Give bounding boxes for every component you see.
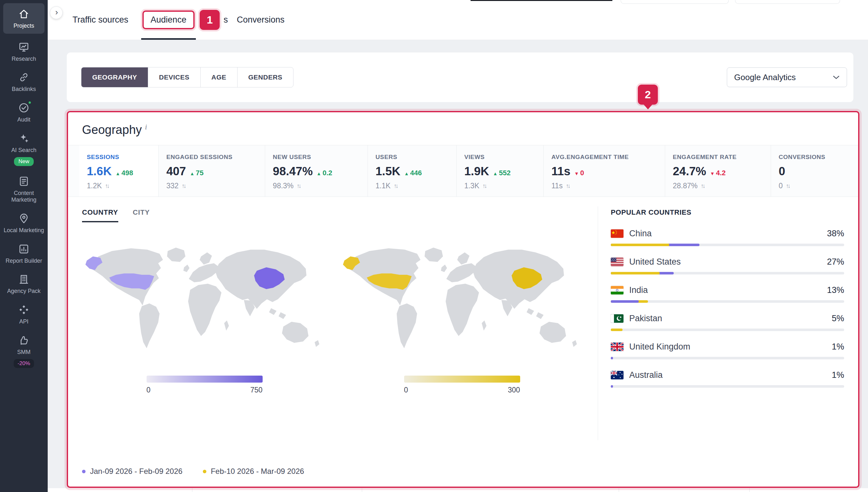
triangle-up-icon: ▲: [116, 171, 120, 176]
flag-us-icon: [611, 257, 623, 266]
sidebar-item-api[interactable]: API: [0, 299, 48, 329]
sidebar-item-ai-search[interactable]: AI SearchNew: [0, 127, 48, 171]
country-row-australia: Australia1%: [611, 370, 844, 388]
sidebar-item-content-marketing[interactable]: Content Marketing: [0, 170, 48, 207]
metric-conversions[interactable]: CONVERSIONS00↑↓: [771, 145, 858, 197]
triangle-up-icon: ▲: [317, 171, 322, 176]
metric-views[interactable]: VIEWS1.9K▲5521.3K↑↓: [456, 145, 543, 197]
sort-arrows-icon[interactable]: ↑↓: [105, 182, 108, 190]
segment-genders[interactable]: GENDERS: [237, 68, 293, 87]
panel-header: Geographyi: [68, 112, 858, 145]
sidebar-item-agency-pack[interactable]: Agency Pack: [0, 268, 48, 299]
metric-label: USERS: [376, 154, 449, 161]
legend-item-period-2: Feb-10 2026 - Mar-09 2026: [203, 467, 304, 476]
sidebar-item-research[interactable]: Research: [0, 36, 48, 67]
sidebar-item-label: API: [19, 318, 28, 325]
cropped-element-fragment: [735, 0, 840, 4]
map-block-period-2: 0 300: [339, 240, 584, 394]
cropped-next-section: [48, 488, 868, 492]
metric-previous-value: 11s: [551, 181, 562, 190]
sort-arrows-icon[interactable]: ↑↓: [482, 182, 486, 190]
metric-sessions[interactable]: SESSIONS1.6K▲4981.2K↑↓: [79, 145, 158, 197]
country-row-pakistan: Pakistan5%: [611, 314, 844, 331]
metric-delta: ▲552: [493, 169, 511, 177]
sidebar-item-label: Report Builder: [5, 257, 42, 264]
metric-engaged-sessions[interactable]: ENGAGED SESSIONS407▲75332↑↓: [158, 145, 265, 197]
panel-title: Geographyi: [82, 123, 844, 137]
metric-value-row: 98.47%▲0.2: [273, 165, 360, 178]
triangle-down-icon: ▼: [710, 171, 715, 176]
sidebar-item-projects[interactable]: Projects: [3, 3, 45, 34]
metric-label: ENGAGED SESSIONS: [166, 154, 257, 161]
metric-delta-value: 498: [122, 169, 133, 177]
country-row-united-states: United States27%: [611, 257, 844, 274]
sparkles-icon: [18, 132, 30, 145]
sort-arrows-icon[interactable]: ↑↓: [393, 182, 397, 190]
sort-arrows-icon[interactable]: ↑↓: [182, 182, 185, 190]
metric-value-row: 11s▼0: [551, 165, 657, 178]
country-percent: 1%: [832, 370, 844, 380]
sidebar-item-label: Agency Pack: [7, 288, 41, 295]
cropped-element-fragment: [621, 0, 729, 4]
sidebar-item-label: SMM: [17, 349, 30, 355]
metric-delta: ▲446: [404, 169, 422, 177]
tab-partially-hidden[interactable]: s: [224, 15, 228, 25]
sidebar-expand-button[interactable]: ›: [50, 6, 62, 19]
metric-new-users[interactable]: NEW USERS98.47%▲0.298.3%↑↓: [265, 145, 367, 197]
metric-label: VIEWS: [464, 154, 536, 161]
info-icon[interactable]: i: [145, 123, 147, 131]
sidebar-item-local-marketing[interactable]: Local Marketing: [0, 208, 48, 238]
sidebar-item-audit[interactable]: Audit: [0, 97, 48, 127]
sort-arrows-icon[interactable]: ↑↓: [701, 182, 704, 190]
map-block-period-1: 0 750: [82, 240, 327, 394]
legend-label: Jan-09 2026 - Feb-09 2026: [90, 467, 182, 476]
metric-value-row: 1.5K▲446: [376, 165, 449, 178]
tab-city[interactable]: CITY: [133, 208, 150, 222]
maps-row: 0 750 0 300: [82, 240, 598, 394]
tab-country[interactable]: COUNTRY: [82, 208, 118, 222]
metric-delta-value: 0: [580, 169, 584, 177]
tab-audience[interactable]: Audience: [143, 0, 195, 40]
metric-avg-engagement-time[interactable]: AVG.ENGAGEMENT TIME11s▼011s↑↓: [543, 145, 665, 197]
metric-previous-value: 332: [166, 181, 178, 190]
segment-geography[interactable]: GEOGRAPHY: [81, 68, 148, 87]
country-percent: 38%: [827, 229, 844, 239]
world-map-period-2[interactable]: [339, 240, 584, 366]
tab-traffic-sources[interactable]: Traffic sources: [73, 15, 128, 25]
world-map-period-1[interactable]: [82, 240, 327, 366]
sidebar-item-smm[interactable]: SMM-20%: [0, 329, 48, 373]
country-bar-track: [611, 357, 844, 360]
report-chart-icon: [18, 243, 30, 255]
metric-previous-value: 1.1K: [376, 181, 390, 190]
panel-body: COUNTRY CITY 0 750: [68, 197, 858, 456]
metric-previous-value: 0: [778, 181, 783, 190]
sidebar: ProjectsResearchBacklinksAuditAI SearchN…: [0, 0, 48, 492]
metric-label: NEW USERS: [273, 154, 360, 161]
map-scale-gradient-yellow: [404, 376, 520, 383]
metric-value: 0: [778, 165, 785, 178]
sort-arrows-icon[interactable]: ↑↓: [566, 182, 569, 190]
geo-level-tabs: COUNTRY CITY: [82, 208, 598, 222]
metric-users[interactable]: USERS1.5K▲4461.1K↑↓: [367, 145, 456, 197]
api-nodes-icon: [18, 303, 30, 316]
home-icon: [18, 8, 30, 20]
sidebar-item-backlinks[interactable]: Backlinks: [0, 67, 48, 97]
flag-au-icon: [611, 371, 623, 379]
sort-arrows-icon[interactable]: ↑↓: [297, 182, 300, 190]
triangle-up-icon: ▲: [190, 171, 195, 176]
tab-conversions[interactable]: Conversions: [237, 15, 285, 25]
flag-gb-icon: [611, 343, 623, 351]
sidebar-item-label: Content Marketing: [1, 190, 46, 203]
segment-age[interactable]: AGE: [201, 68, 237, 87]
country-row-top: Pakistan5%: [611, 314, 844, 323]
flag-pk-icon: [611, 314, 623, 323]
metric-value: 11s: [551, 165, 570, 178]
data-source-select[interactable]: Google Analytics: [727, 68, 847, 87]
sidebar-item-report-builder[interactable]: Report Builder: [0, 238, 48, 269]
chevron-right-icon: ›: [55, 7, 58, 17]
country-bar-track: [611, 385, 844, 388]
segment-devices[interactable]: DEVICES: [148, 68, 201, 87]
sort-arrows-icon[interactable]: ↑↓: [786, 182, 789, 190]
metric-engagement-rate[interactable]: ENGAGEMENT RATE24.7%▼4.228.87%↑↓: [665, 145, 771, 197]
country-name: China: [629, 229, 652, 239]
